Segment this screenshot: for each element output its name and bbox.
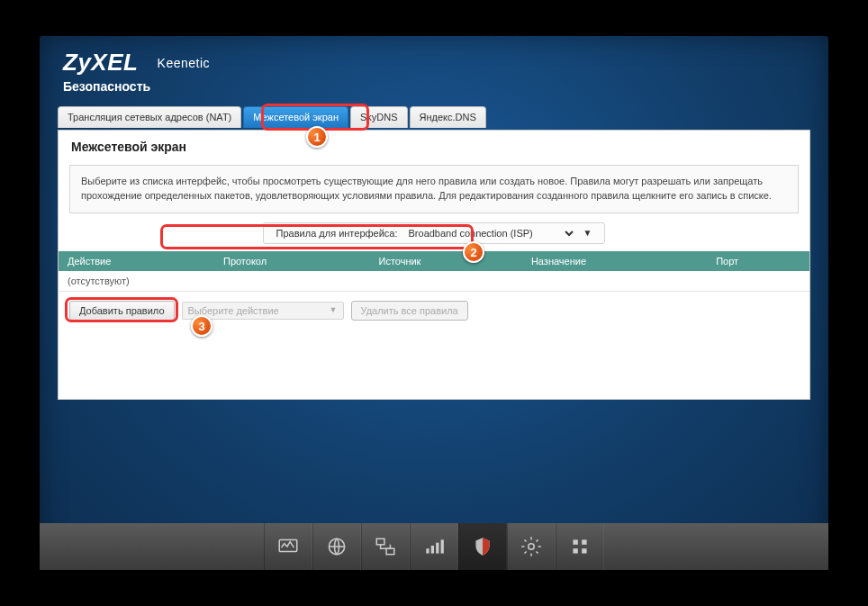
interface-selector-wrap: Правила для интерфейса: Broadband connec… <box>263 222 606 244</box>
callout-badge-2: 2 <box>463 241 484 263</box>
col-dest: Назначение <box>522 251 707 271</box>
svg-rect-4 <box>426 548 429 553</box>
brand-text: ZyXEL <box>63 49 138 76</box>
dock-settings-icon[interactable] <box>507 523 556 570</box>
dock-status-icon[interactable] <box>264 523 312 570</box>
app-window: ZyXEL Keenetic Безопасность Трансляция с… <box>40 36 828 570</box>
tab-nat[interactable]: Трансляция сетевых адресов (NAT) <box>58 106 241 128</box>
tab-yandexdns[interactable]: Яндекс.DNS <box>410 106 486 128</box>
delete-all-button[interactable]: Удалить все правила <box>351 301 468 321</box>
dock-security-icon[interactable] <box>458 523 507 570</box>
dock-signal-icon[interactable] <box>410 523 458 570</box>
chevron-down-icon: ▼ <box>583 228 592 238</box>
brand-logo: ZyXEL Keenetic <box>63 49 210 77</box>
svg-rect-11 <box>573 548 577 553</box>
col-action: Действие <box>59 251 214 271</box>
svg-rect-7 <box>441 539 444 553</box>
dock-globe-icon[interactable] <box>312 523 361 570</box>
interface-label: Правила для интерфейса: <box>276 228 398 239</box>
col-protocol: Протокол <box>214 251 370 271</box>
rules-table: Действие Протокол Источник Назначение По… <box>59 251 809 292</box>
svg-rect-9 <box>573 539 577 544</box>
svg-point-8 <box>529 544 535 550</box>
table-row: (отсутствуют) <box>59 271 809 292</box>
svg-rect-6 <box>436 543 439 554</box>
dock-network-icon[interactable] <box>361 523 410 570</box>
breadcrumb: Безопасность <box>63 79 150 94</box>
tab-bar: Трансляция сетевых адресов (NAT) Межсете… <box>58 106 488 128</box>
col-port: Порт <box>707 251 809 271</box>
svg-rect-5 <box>431 546 434 554</box>
brand-model: Keenetic <box>158 56 210 70</box>
svg-rect-12 <box>582 548 586 553</box>
svg-rect-2 <box>376 538 384 545</box>
callout-badge-3: 3 <box>191 315 212 337</box>
tab-skydns[interactable]: SkyDNS <box>350 106 408 128</box>
table-header-row: Действие Протокол Источник Назначение По… <box>59 251 809 271</box>
button-row: Добавить правило Выберите действие ▼ Уда… <box>69 301 799 321</box>
tab-firewall[interactable]: Межсетевой экран <box>243 106 348 128</box>
callout-badge-1: 1 <box>306 126 328 148</box>
page-title: Межсетевой экран <box>59 131 809 159</box>
col-source: Источник <box>369 251 521 271</box>
interface-select[interactable]: Broadband connection (ISP) <box>405 227 576 240</box>
svg-rect-3 <box>386 548 394 555</box>
bottom-dock <box>40 523 828 570</box>
hint-box: Выберите из списка интерфейс, чтобы прос… <box>69 165 799 213</box>
main-panel: Межсетевой экран Выберите из списка инте… <box>58 130 810 400</box>
empty-row: (отсутствуют) <box>59 271 809 292</box>
add-rule-button[interactable]: Добавить правило <box>69 301 175 321</box>
interface-row: Правила для интерфейса: Broadband connec… <box>59 222 809 244</box>
dock-apps-icon[interactable] <box>556 523 604 570</box>
svg-rect-10 <box>582 539 586 544</box>
